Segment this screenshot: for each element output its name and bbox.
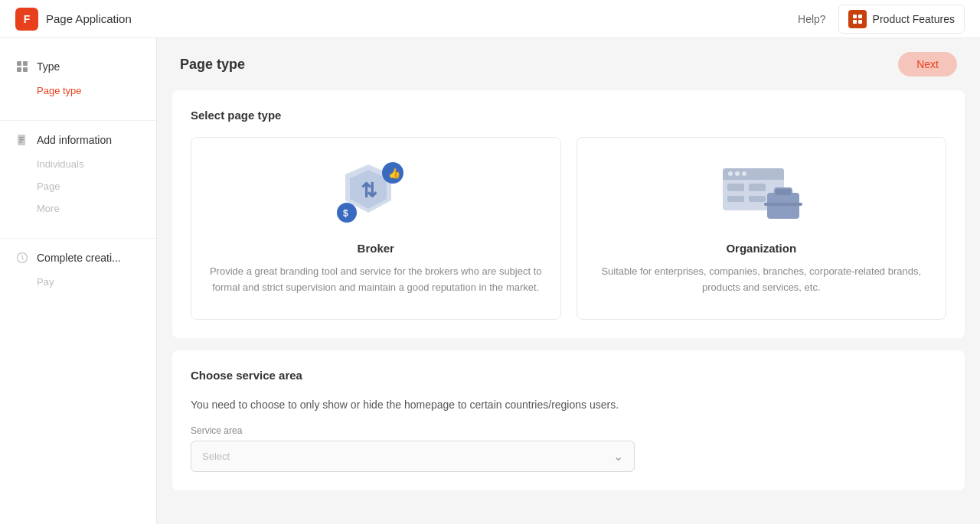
select-page-type-title: Select page type xyxy=(191,109,946,122)
service-area-placeholder: Select xyxy=(202,451,230,462)
svg-text:$: $ xyxy=(343,208,348,219)
svg-point-22 xyxy=(735,171,740,176)
main-content: Page type Next Select page type ⇅ xyxy=(157,38,980,524)
app-logo: F xyxy=(15,8,38,31)
broker-card[interactable]: ⇅ 👍 $ Broker Provide a great branding to… xyxy=(191,137,561,320)
page-type-cards: ⇅ 👍 $ Broker Provide a great branding to… xyxy=(191,137,946,320)
svg-rect-4 xyxy=(17,61,21,66)
sidebar-item-individuals[interactable]: Individuals xyxy=(0,153,156,175)
sidebar-section-add-info-header: Add information xyxy=(0,127,156,153)
svg-rect-2 xyxy=(853,20,857,24)
header: F Page Application Help? Product Feature… xyxy=(0,0,980,38)
sidebar-type-label: Type xyxy=(37,60,60,73)
page-header: Page type Next xyxy=(157,38,980,90)
svg-rect-27 xyxy=(749,196,766,202)
sidebar-section-type-header: Type xyxy=(0,54,156,80)
sidebar-item-more[interactable]: More xyxy=(0,197,156,220)
svg-rect-10 xyxy=(19,139,24,141)
sidebar-item-page-type[interactable]: Page type xyxy=(0,80,156,102)
sidebar-section-complete: Complete creati... Pay xyxy=(0,245,156,293)
product-features-button[interactable]: Product Features xyxy=(838,5,965,34)
divider-2 xyxy=(0,238,156,239)
sidebar-section-complete-header: Complete creati... xyxy=(0,245,156,271)
app-title: Page Application xyxy=(46,12,132,25)
service-area-description: You need to choose to only show or hide … xyxy=(191,397,946,413)
product-features-icon xyxy=(848,10,867,28)
service-area-section: Choose service area You need to choose t… xyxy=(172,350,965,490)
svg-rect-29 xyxy=(775,188,792,196)
svg-rect-26 xyxy=(727,196,744,202)
broker-card-title: Broker xyxy=(358,242,394,255)
sidebar-section-type: Type Page type xyxy=(0,54,156,102)
svg-text:👍: 👍 xyxy=(388,167,401,180)
sidebar-item-pay[interactable]: Pay xyxy=(0,271,156,293)
clock-icon xyxy=(15,251,29,265)
svg-rect-25 xyxy=(749,184,766,191)
broker-illustration: ⇅ 👍 $ xyxy=(330,161,422,229)
sidebar-section-add-info: Add information Individuals Page More xyxy=(0,127,156,220)
svg-point-21 xyxy=(728,171,733,176)
service-area-field: Service area Select ⌄ xyxy=(191,425,946,472)
product-features-label: Product Features xyxy=(873,13,955,25)
layout: Type Page type Add information Individua… xyxy=(0,38,980,524)
help-link[interactable]: Help? xyxy=(798,13,826,25)
svg-rect-30 xyxy=(764,203,802,206)
svg-rect-5 xyxy=(23,61,28,66)
service-area-field-label: Service area xyxy=(191,425,946,436)
divider-1 xyxy=(0,120,156,121)
broker-card-desc: Provide a great branding tool and servic… xyxy=(207,264,545,296)
organization-card-desc: Suitable for enterprises, companies, bra… xyxy=(593,264,931,296)
chevron-down-icon: ⌄ xyxy=(613,449,623,464)
svg-rect-3 xyxy=(858,20,862,24)
organization-card-title: Organization xyxy=(726,242,796,255)
svg-rect-9 xyxy=(19,137,24,138)
organization-card[interactable]: Organization Suitable for enterprises, c… xyxy=(577,137,947,320)
select-page-type-section: Select page type ⇅ 👍 xyxy=(172,90,965,338)
sidebar-complete-label: Complete creati... xyxy=(37,252,121,264)
svg-rect-1 xyxy=(858,15,862,18)
sidebar-add-info-label: Add information xyxy=(37,134,112,146)
svg-rect-24 xyxy=(727,184,744,191)
document-icon xyxy=(15,133,29,147)
svg-text:⇅: ⇅ xyxy=(361,179,377,202)
sidebar: Type Page type Add information Individua… xyxy=(0,38,157,524)
header-left: F Page Application xyxy=(15,8,132,31)
page-title: Page type xyxy=(180,57,245,73)
svg-rect-11 xyxy=(19,142,22,143)
next-button[interactable]: Next xyxy=(898,52,957,76)
service-area-select[interactable]: Select ⌄ xyxy=(191,441,635,472)
svg-rect-0 xyxy=(853,15,857,18)
svg-point-23 xyxy=(742,171,746,176)
svg-rect-6 xyxy=(17,67,21,72)
svg-rect-20 xyxy=(723,176,784,180)
organization-illustration xyxy=(715,161,807,229)
header-right: Help? Product Features xyxy=(798,5,965,34)
service-area-title: Choose service area xyxy=(191,369,946,382)
grid-icon xyxy=(15,60,29,73)
sidebar-item-page[interactable]: Page xyxy=(0,175,156,197)
svg-rect-7 xyxy=(23,67,28,72)
